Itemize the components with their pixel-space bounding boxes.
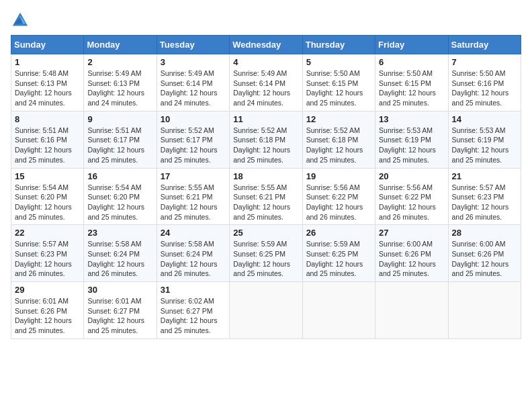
- day-info: Sunrise: 5:56 AM Sunset: 6:22 PM Dayligh…: [379, 183, 444, 222]
- day-info: Sunrise: 5:52 AM Sunset: 6:17 PM Dayligh…: [161, 126, 226, 165]
- day-info: Sunrise: 5:50 AM Sunset: 6:15 PM Dayligh…: [379, 68, 444, 108]
- day-number: 8: [15, 114, 80, 124]
- calendar-week-1: 1 Sunrise: 5:48 AM Sunset: 6:13 PM Dayli…: [11, 54, 521, 111]
- col-header-wednesday: Wednesday: [230, 36, 302, 54]
- calendar-day-15: 15 Sunrise: 5:54 AM Sunset: 6:20 PM Dayl…: [11, 168, 84, 225]
- calendar-day-22: 22 Sunrise: 5:57 AM Sunset: 6:23 PM Dayl…: [11, 225, 84, 282]
- col-header-saturday: Saturday: [448, 36, 521, 54]
- logo-icon: [11, 11, 30, 30]
- day-number: 29: [15, 285, 80, 295]
- day-number: 30: [87, 285, 152, 295]
- day-info: Sunrise: 6:00 AM Sunset: 6:26 PM Dayligh…: [379, 239, 444, 279]
- calendar-day-16: 16 Sunrise: 5:54 AM Sunset: 6:20 PM Dayl…: [84, 168, 157, 225]
- calendar-day-12: 12 Sunrise: 5:52 AM Sunset: 6:18 PM Dayl…: [302, 111, 375, 168]
- calendar-day-31: 31 Sunrise: 6:02 AM Sunset: 6:27 PM Dayl…: [157, 282, 229, 339]
- col-header-friday: Friday: [375, 36, 448, 54]
- calendar-day-7: 7 Sunrise: 5:50 AM Sunset: 6:16 PM Dayli…: [448, 54, 521, 111]
- day-number: 22: [15, 228, 80, 238]
- day-info: Sunrise: 5:55 AM Sunset: 6:21 PM Dayligh…: [161, 183, 226, 222]
- day-info: Sunrise: 5:49 AM Sunset: 6:14 PM Dayligh…: [161, 68, 226, 108]
- calendar-day-24: 24 Sunrise: 5:58 AM Sunset: 6:24 PM Dayl…: [157, 225, 229, 282]
- day-number: 27: [379, 228, 444, 238]
- day-info: Sunrise: 5:52 AM Sunset: 6:18 PM Dayligh…: [306, 126, 371, 165]
- calendar-day-9: 9 Sunrise: 5:51 AM Sunset: 6:17 PM Dayli…: [84, 111, 157, 168]
- day-number: 11: [233, 114, 298, 124]
- day-number: 31: [161, 285, 226, 295]
- day-info: Sunrise: 5:52 AM Sunset: 6:18 PM Dayligh…: [233, 126, 298, 165]
- col-header-tuesday: Tuesday: [157, 36, 229, 54]
- calendar-week-4: 22 Sunrise: 5:57 AM Sunset: 6:23 PM Dayl…: [11, 225, 521, 282]
- day-number: 19: [306, 171, 371, 181]
- calendar-week-2: 8 Sunrise: 5:51 AM Sunset: 6:16 PM Dayli…: [11, 111, 521, 168]
- day-number: 18: [233, 171, 298, 181]
- day-info: Sunrise: 5:49 AM Sunset: 6:13 PM Dayligh…: [87, 68, 152, 108]
- day-number: 26: [306, 228, 371, 238]
- logo: [11, 11, 32, 30]
- day-number: 15: [15, 171, 80, 181]
- day-info: Sunrise: 6:01 AM Sunset: 6:26 PM Dayligh…: [15, 296, 80, 336]
- day-number: 13: [379, 114, 444, 124]
- day-info: Sunrise: 5:51 AM Sunset: 6:16 PM Dayligh…: [15, 126, 80, 165]
- day-info: Sunrise: 5:54 AM Sunset: 6:20 PM Dayligh…: [87, 183, 152, 222]
- day-number: 12: [306, 114, 371, 124]
- day-number: 4: [233, 57, 298, 67]
- calendar-day-26: 26 Sunrise: 5:59 AM Sunset: 6:25 PM Dayl…: [302, 225, 375, 282]
- calendar-day-6: 6 Sunrise: 5:50 AM Sunset: 6:15 PM Dayli…: [375, 54, 448, 111]
- calendar-header-row: SundayMondayTuesdayWednesdayThursdayFrid…: [11, 36, 521, 54]
- day-number: 14: [452, 114, 517, 124]
- day-number: 21: [452, 171, 517, 181]
- day-info: Sunrise: 5:53 AM Sunset: 6:19 PM Dayligh…: [452, 126, 517, 165]
- day-number: 16: [87, 171, 152, 181]
- calendar-day-20: 20 Sunrise: 5:56 AM Sunset: 6:22 PM Dayl…: [375, 168, 448, 225]
- day-info: Sunrise: 5:56 AM Sunset: 6:22 PM Dayligh…: [306, 183, 371, 222]
- col-header-thursday: Thursday: [302, 36, 375, 54]
- calendar-day-27: 27 Sunrise: 6:00 AM Sunset: 6:26 PM Dayl…: [375, 225, 448, 282]
- day-info: Sunrise: 5:58 AM Sunset: 6:24 PM Dayligh…: [161, 239, 226, 279]
- calendar-day-30: 30 Sunrise: 6:01 AM Sunset: 6:27 PM Dayl…: [84, 282, 157, 339]
- day-info: Sunrise: 5:48 AM Sunset: 6:13 PM Dayligh…: [15, 68, 80, 108]
- empty-cell: [375, 282, 448, 339]
- col-header-sunday: Sunday: [11, 36, 84, 54]
- day-number: 7: [452, 57, 517, 67]
- day-number: 1: [15, 57, 80, 67]
- calendar-day-13: 13 Sunrise: 5:53 AM Sunset: 6:19 PM Dayl…: [375, 111, 448, 168]
- day-info: Sunrise: 5:54 AM Sunset: 6:20 PM Dayligh…: [15, 183, 80, 222]
- calendar-day-14: 14 Sunrise: 5:53 AM Sunset: 6:19 PM Dayl…: [448, 111, 521, 168]
- day-number: 20: [379, 171, 444, 181]
- day-info: Sunrise: 5:53 AM Sunset: 6:19 PM Dayligh…: [379, 126, 444, 165]
- day-info: Sunrise: 5:50 AM Sunset: 6:15 PM Dayligh…: [306, 68, 371, 108]
- day-info: Sunrise: 6:00 AM Sunset: 6:26 PM Dayligh…: [452, 239, 517, 279]
- calendar-day-29: 29 Sunrise: 6:01 AM Sunset: 6:26 PM Dayl…: [11, 282, 84, 339]
- calendar-day-3: 3 Sunrise: 5:49 AM Sunset: 6:14 PM Dayli…: [157, 54, 229, 111]
- calendar-day-28: 28 Sunrise: 6:00 AM Sunset: 6:26 PM Dayl…: [448, 225, 521, 282]
- calendar-day-10: 10 Sunrise: 5:52 AM Sunset: 6:17 PM Dayl…: [157, 111, 229, 168]
- day-info: Sunrise: 5:57 AM Sunset: 6:23 PM Dayligh…: [15, 239, 80, 279]
- day-info: Sunrise: 5:59 AM Sunset: 6:25 PM Dayligh…: [233, 239, 298, 279]
- day-info: Sunrise: 5:49 AM Sunset: 6:14 PM Dayligh…: [233, 68, 298, 108]
- calendar-day-8: 8 Sunrise: 5:51 AM Sunset: 6:16 PM Dayli…: [11, 111, 84, 168]
- calendar-day-23: 23 Sunrise: 5:58 AM Sunset: 6:24 PM Dayl…: [84, 225, 157, 282]
- day-info: Sunrise: 6:01 AM Sunset: 6:27 PM Dayligh…: [87, 296, 152, 336]
- page-header: [11, 11, 521, 30]
- calendar-day-1: 1 Sunrise: 5:48 AM Sunset: 6:13 PM Dayli…: [11, 54, 84, 111]
- calendar-day-21: 21 Sunrise: 5:57 AM Sunset: 6:23 PM Dayl…: [448, 168, 521, 225]
- calendar-day-17: 17 Sunrise: 5:55 AM Sunset: 6:21 PM Dayl…: [157, 168, 229, 225]
- day-number: 25: [233, 228, 298, 238]
- col-header-monday: Monday: [84, 36, 157, 54]
- day-number: 24: [161, 228, 226, 238]
- calendar-day-25: 25 Sunrise: 5:59 AM Sunset: 6:25 PM Dayl…: [230, 225, 302, 282]
- calendar-week-3: 15 Sunrise: 5:54 AM Sunset: 6:20 PM Dayl…: [11, 168, 521, 225]
- calendar-week-5: 29 Sunrise: 6:01 AM Sunset: 6:26 PM Dayl…: [11, 282, 521, 339]
- day-number: 5: [306, 57, 371, 67]
- day-number: 23: [87, 228, 152, 238]
- calendar-day-18: 18 Sunrise: 5:55 AM Sunset: 6:21 PM Dayl…: [230, 168, 302, 225]
- calendar-table: SundayMondayTuesdayWednesdayThursdayFrid…: [11, 35, 521, 339]
- calendar-day-19: 19 Sunrise: 5:56 AM Sunset: 6:22 PM Dayl…: [302, 168, 375, 225]
- calendar-day-4: 4 Sunrise: 5:49 AM Sunset: 6:14 PM Dayli…: [230, 54, 302, 111]
- day-number: 17: [161, 171, 226, 181]
- day-info: Sunrise: 5:50 AM Sunset: 6:16 PM Dayligh…: [452, 68, 517, 108]
- day-number: 6: [379, 57, 444, 67]
- empty-cell: [302, 282, 375, 339]
- day-info: Sunrise: 5:59 AM Sunset: 6:25 PM Dayligh…: [306, 239, 371, 279]
- day-number: 9: [87, 114, 152, 124]
